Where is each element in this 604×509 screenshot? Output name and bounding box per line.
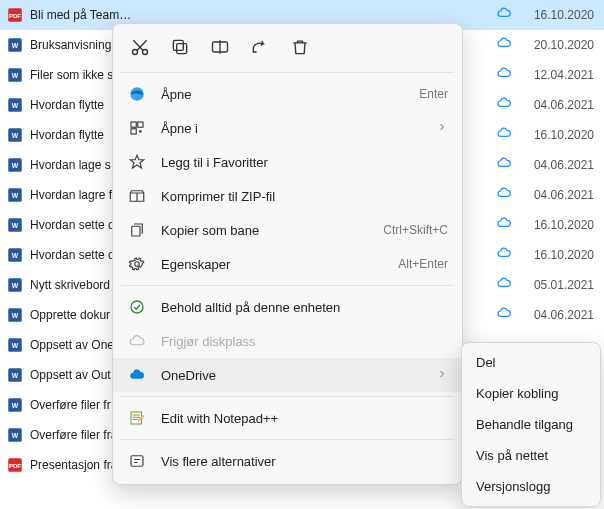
pdf-file-icon: PDF	[6, 456, 24, 474]
cloud-status-icon	[486, 185, 522, 204]
svg-text:W: W	[12, 162, 19, 169]
menu-open-label: Åpne	[161, 87, 405, 102]
delete-icon[interactable]	[289, 36, 311, 58]
svg-point-32	[133, 50, 138, 55]
submenu-copy-link[interactable]: Kopier kobling	[462, 378, 600, 409]
cloud-status-icon	[486, 245, 522, 264]
edge-icon	[127, 84, 147, 104]
cloud-status-icon	[486, 215, 522, 234]
cloud-status-icon	[486, 65, 522, 84]
menu-free-space-label: Frigjør diskplass	[161, 334, 448, 349]
svg-text:PDF: PDF	[9, 463, 21, 469]
menu-open-in[interactable]: Åpne i	[113, 111, 462, 145]
file-name: Bli med på Team…	[30, 8, 486, 22]
cloud-status-icon	[486, 5, 522, 24]
svg-rect-40	[131, 129, 136, 134]
menu-zip[interactable]: Komprimer til ZIP-fil	[113, 179, 462, 213]
file-date: 16.10.2020	[522, 248, 598, 262]
svg-rect-35	[173, 40, 183, 50]
svg-rect-38	[131, 122, 136, 127]
submenu-version-history[interactable]: Versjonslogg	[462, 471, 600, 502]
word-file-icon: W	[6, 216, 24, 234]
cloud-status-icon	[486, 95, 522, 114]
menu-onedrive[interactable]: OneDrive	[113, 358, 462, 392]
rename-icon[interactable]	[209, 36, 231, 58]
svg-text:W: W	[12, 132, 19, 139]
word-file-icon: W	[6, 306, 24, 324]
open-with-icon	[127, 118, 147, 138]
cloud-status-icon	[486, 125, 522, 144]
word-file-icon: W	[6, 426, 24, 444]
svg-text:W: W	[12, 342, 19, 349]
menu-favorites-label: Legg til i Favoritter	[161, 155, 448, 170]
file-date: 12.04.2021	[522, 68, 598, 82]
share-icon[interactable]	[249, 36, 271, 58]
star-icon	[127, 152, 147, 172]
chevron-right-icon	[436, 121, 448, 136]
file-date: 04.06.2021	[522, 308, 598, 322]
word-file-icon: W	[6, 126, 24, 144]
menu-favorites[interactable]: Legg til i Favoritter	[113, 145, 462, 179]
menu-edit-notepadpp[interactable]: Edit with Notepad++	[113, 401, 462, 435]
menu-copy-path-accel: Ctrl+Skift+C	[383, 223, 448, 237]
svg-text:W: W	[12, 282, 19, 289]
context-top-icons	[113, 30, 462, 68]
menu-free-space: Frigjør diskplass	[113, 324, 462, 358]
file-date: 04.06.2021	[522, 188, 598, 202]
onedrive-icon	[127, 365, 147, 385]
svg-text:W: W	[12, 312, 19, 319]
menu-copy-path-label: Kopier som bane	[161, 223, 369, 238]
svg-text:W: W	[12, 192, 19, 199]
svg-text:W: W	[12, 432, 19, 439]
cloud-free-icon	[127, 331, 147, 351]
svg-text:W: W	[12, 402, 19, 409]
svg-text:W: W	[12, 372, 19, 379]
onedrive-submenu: Del Kopier kobling Behandle tilgang Vis …	[461, 342, 601, 507]
svg-text:W: W	[12, 72, 19, 79]
menu-open[interactable]: Åpne Enter	[113, 77, 462, 111]
keep-device-icon	[127, 297, 147, 317]
menu-keep-device[interactable]: Behold alltid på denne enheten	[113, 290, 462, 324]
word-file-icon: W	[6, 396, 24, 414]
menu-open-accel: Enter	[419, 87, 448, 101]
context-menu: Åpne Enter Åpne i Legg til i Favoritter …	[112, 23, 463, 485]
menu-keep-device-label: Behold alltid på denne enheten	[161, 300, 448, 315]
cut-icon[interactable]	[129, 36, 151, 58]
word-file-icon: W	[6, 186, 24, 204]
submenu-share[interactable]: Del	[462, 347, 600, 378]
svg-text:W: W	[12, 252, 19, 259]
copy-icon[interactable]	[169, 36, 191, 58]
cloud-status-icon	[486, 305, 522, 324]
file-date: 20.10.2020	[522, 38, 598, 52]
menu-copy-path[interactable]: Kopier som bane Ctrl+Skift+C	[113, 213, 462, 247]
cloud-status-icon	[486, 155, 522, 174]
cloud-status-icon	[486, 275, 522, 294]
menu-open-in-label: Åpne i	[161, 121, 422, 136]
svg-rect-34	[177, 44, 187, 54]
svg-point-44	[131, 301, 143, 313]
svg-text:W: W	[12, 102, 19, 109]
word-file-icon: W	[6, 66, 24, 84]
word-file-icon: W	[6, 246, 24, 264]
svg-point-33	[143, 50, 148, 55]
menu-properties-accel: Alt+Enter	[398, 257, 448, 271]
menu-more-label: Vis flere alternativer	[161, 454, 448, 469]
word-file-icon: W	[6, 96, 24, 114]
menu-more-options[interactable]: Vis flere alternativer	[113, 444, 462, 478]
svg-rect-45	[131, 412, 142, 424]
menu-onedrive-label: OneDrive	[161, 368, 422, 383]
file-date: 16.10.2020	[522, 128, 598, 142]
svg-rect-46	[131, 456, 143, 467]
menu-properties[interactable]: Egenskaper Alt+Enter	[113, 247, 462, 281]
word-file-icon: W	[6, 366, 24, 384]
word-file-icon: W	[6, 156, 24, 174]
svg-text:W: W	[12, 42, 19, 49]
file-date: 05.01.2021	[522, 278, 598, 292]
submenu-manage-access[interactable]: Behandle tilgang	[462, 409, 600, 440]
chevron-right-icon	[436, 368, 448, 383]
submenu-view-online[interactable]: Vis på nettet	[462, 440, 600, 471]
svg-text:W: W	[12, 222, 19, 229]
file-date: 04.06.2021	[522, 158, 598, 172]
copy-path-icon	[127, 220, 147, 240]
notepadpp-icon	[127, 408, 147, 428]
